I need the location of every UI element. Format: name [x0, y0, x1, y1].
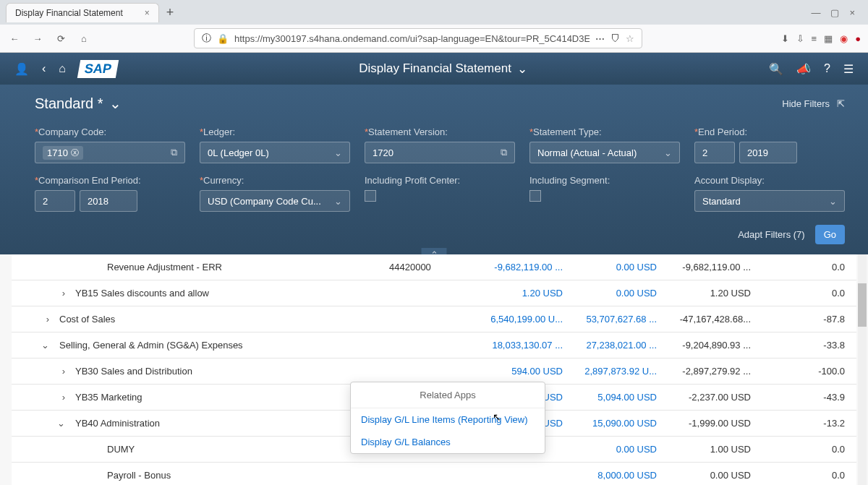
popup-item-balances[interactable]: Display G/L Balances	[351, 431, 545, 453]
amount-cell: -9,204,890.93 ...	[664, 340, 758, 351]
home-button[interactable]: ⌂	[77, 33, 91, 44]
amount-cell: 0.0	[758, 288, 852, 299]
expand-icon[interactable]: ›	[16, 392, 75, 403]
row-description: YB40 Administration	[75, 418, 389, 429]
addon-icon[interactable]: ▦	[824, 33, 833, 44]
amount-cell: 0.0	[758, 470, 852, 481]
notification-icon[interactable]: 📣	[796, 62, 811, 76]
row-description: YB30 Sales and Distribution	[75, 366, 389, 377]
amount-cell[interactable]: 8,000.00 USD	[570, 470, 664, 481]
amount-cell: -47,167,428.68...	[664, 314, 758, 325]
statement-version-input[interactable]: 1720 ⧉	[365, 142, 515, 163]
row-description: Selling, General & Admin (SG&A) Expenses	[59, 340, 389, 351]
popup-item-line-items[interactable]: Display G/L Line Items (Reporting View)	[351, 408, 545, 431]
expand-icon[interactable]: ›	[16, 314, 59, 325]
end-period-year[interactable]: 2019	[739, 142, 797, 163]
statement-type-select[interactable]: Normal (Actual - Actual)	[529, 142, 680, 163]
url-bar[interactable]: ⓘ 🔒 https://my300197.s4hana.ondemand.com…	[194, 28, 642, 48]
addon-icon[interactable]: ●	[855, 33, 861, 44]
page-title[interactable]: Display Financial Statement ⌄	[359, 61, 527, 77]
hide-filters-button[interactable]: Hide Filters	[782, 98, 830, 109]
value-help-icon[interactable]: ⧉	[171, 147, 177, 158]
help-icon[interactable]: ?	[824, 62, 830, 75]
close-window-icon[interactable]: ×	[849, 7, 855, 18]
amount-cell: 1.20 USD	[664, 288, 758, 299]
profit-center-checkbox[interactable]	[365, 190, 376, 202]
addon-icon[interactable]: ◉	[840, 33, 848, 44]
value-help-icon[interactable]: ⧉	[501, 147, 507, 158]
expand-icon[interactable]: ›	[16, 366, 75, 377]
bookmark-icon[interactable]: ☆	[626, 33, 634, 44]
comp-end-period-period[interactable]: 2	[35, 190, 75, 212]
filter-label: *Statement Type:	[529, 126, 680, 137]
popup-title: Related Apps	[351, 382, 545, 408]
expand-icon[interactable]: ⌄	[16, 418, 75, 429]
related-apps-popup: Related Apps Display G/L Line Items (Rep…	[350, 382, 545, 454]
new-tab-button[interactable]: +	[166, 5, 174, 20]
amount-cell[interactable]: 1.20 USD	[476, 288, 570, 299]
amount-cell: -13.2	[758, 418, 852, 429]
end-period-period[interactable]: 2	[694, 142, 735, 163]
amount-cell: 0.00 USD	[664, 470, 758, 481]
amount-cell: 1.00 USD	[664, 444, 758, 455]
share-icon[interactable]: ⇱	[837, 98, 845, 109]
addon-icon[interactable]: ≡	[812, 33, 817, 44]
tab-title: Display Financial Statement	[15, 8, 123, 18]
back-icon[interactable]: ‹	[42, 62, 46, 75]
filter-label: Including Profit Center:	[365, 175, 515, 186]
expand-icon[interactable]: ⌄	[16, 340, 59, 351]
go-button[interactable]: Go	[815, 225, 845, 244]
amount-cell[interactable]: 15,090.00 USD	[570, 418, 664, 429]
amount-cell[interactable]: 18,033,130.07 ...	[476, 340, 570, 351]
amount-cell[interactable]: 6,540,199.00 U...	[476, 314, 570, 325]
comp-end-period-year[interactable]: 2018	[80, 190, 137, 212]
variant-selector[interactable]: Standard * ⌄	[35, 95, 122, 112]
segment-checkbox[interactable]	[529, 190, 541, 202]
scrollbar[interactable]	[858, 254, 867, 485]
amount-cell: 0.0	[758, 262, 852, 272]
table-row: Payroll - Bonus8,000.00 USD0.00 USD0.0	[12, 463, 856, 485]
more-icon[interactable]: ⋯	[595, 33, 605, 44]
amount-cell[interactable]: 27,238,021.00 ...	[570, 340, 664, 351]
row-description: DUMY	[107, 444, 389, 455]
forward-button[interactable]: →	[30, 33, 45, 44]
reload-button[interactable]: ⟳	[54, 33, 68, 44]
token-remove-icon[interactable]: ⓧ	[71, 147, 79, 158]
expand-icon[interactable]: ›	[16, 288, 75, 299]
home-icon[interactable]: ⌂	[59, 62, 66, 75]
amount-cell[interactable]: 0.00 USD	[570, 262, 664, 272]
user-icon[interactable]: 👤	[14, 62, 29, 76]
company-code-input[interactable]: 1710ⓧ ⧉	[35, 142, 185, 163]
amount-cell: -33.8	[758, 340, 852, 351]
minimize-icon[interactable]: —	[811, 7, 820, 18]
filter-label: *Ledger:	[200, 126, 350, 137]
account-display-select[interactable]: Standard	[694, 190, 845, 212]
table-row: Revenue Adjustment - ERR44420000-9,682,1…	[12, 254, 856, 280]
amount-cell[interactable]: 594.00 USD	[476, 366, 570, 377]
browser-tab[interactable]: Display Financial Statement ×	[6, 3, 159, 22]
row-description: Revenue Adjustment - ERR	[107, 262, 389, 272]
amount-cell: -2,237.00 USD	[664, 392, 758, 403]
reader-icon[interactable]: ⛉	[610, 33, 620, 44]
search-icon[interactable]: 🔍	[769, 62, 783, 76]
back-button[interactable]: ←	[7, 33, 22, 44]
filter-label: *End Period:	[694, 126, 845, 137]
currency-select[interactable]: USD (Company Code Cu...	[200, 190, 350, 212]
amount-cell[interactable]: -9,682,119.00 ...	[476, 262, 570, 272]
close-tab-icon[interactable]: ×	[145, 8, 150, 18]
ledger-select[interactable]: 0L (Ledger 0L)	[200, 142, 350, 163]
maximize-icon[interactable]: ▢	[830, 7, 839, 18]
table-row: ›YB15 Sales discounts and allow1.20 USD0…	[12, 280, 856, 306]
amount-cell[interactable]: 0.00 USD	[570, 288, 664, 299]
table-row: ›Cost of Sales6,540,199.00 U...53,707,62…	[12, 306, 856, 332]
amount-cell: -9,682,119.00 ...	[664, 262, 758, 272]
amount-cell[interactable]: 0.00 USD	[570, 444, 664, 455]
amount-cell[interactable]: 2,897,873.92 U...	[570, 366, 664, 377]
info-icon[interactable]: ⓘ	[202, 32, 211, 45]
amount-cell[interactable]: 5,094.00 USD	[570, 392, 664, 403]
amount-cell[interactable]: 53,707,627.68 ...	[570, 314, 664, 325]
addon-icon[interactable]: ⇩	[796, 33, 804, 44]
addon-icon[interactable]: ⬇	[781, 33, 789, 44]
menu-icon[interactable]: ☰	[843, 62, 854, 76]
adapt-filters-button[interactable]: Adapt Filters (7)	[738, 229, 804, 240]
